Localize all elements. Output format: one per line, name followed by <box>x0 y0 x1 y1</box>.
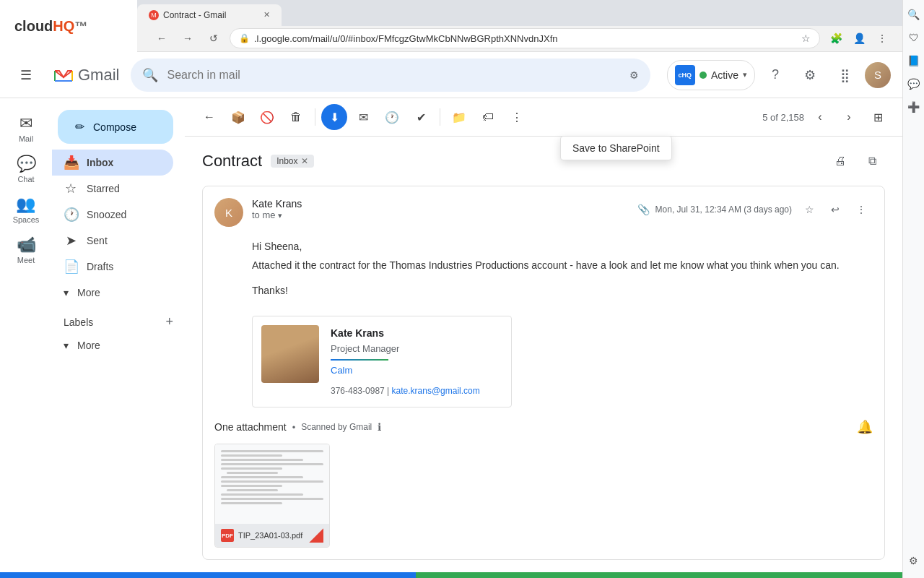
sidebar-item-mail[interactable]: ✉ Mail <box>10 110 42 147</box>
signature-card: Kate Krans Project Manager Calm 376-483-… <box>252 316 512 407</box>
ext-add-icon[interactable]: ➕ <box>905 98 923 116</box>
sig-divider <box>331 359 388 361</box>
sidebar-more-item[interactable]: ▾ More <box>52 280 173 306</box>
ext-outlook-icon[interactable]: 📘 <box>905 52 923 69</box>
spaces-icon: 👥 <box>16 195 35 214</box>
delete-btn[interactable]: 🗑 <box>283 104 309 130</box>
pdf-line-8 <box>221 480 323 483</box>
email-body-text: Attached it the contract for the Thomas … <box>252 257 873 273</box>
sender-to[interactable]: to me ▾ <box>252 210 629 220</box>
ext-search-icon[interactable]: 🔍 <box>905 6 923 23</box>
pdf-attachment-thumb[interactable]: PDF TIP_23A01-03.pdf <box>214 444 330 548</box>
email-content: Contract Inbox ✕ 🖨 ⧉ K Kate K <box>185 137 902 578</box>
sidebar-item-drafts[interactable]: 📄 Drafts <box>52 254 173 280</box>
forward-button[interactable]: → <box>178 28 198 48</box>
open-in-new-btn[interactable]: ⧉ <box>859 148 885 174</box>
move-to-btn[interactable]: 📁 <box>446 104 472 130</box>
scanned-badge: Scanned by Gmail <box>301 422 372 432</box>
star-icon[interactable]: ☆ <box>801 33 811 44</box>
inbox-tag-close-btn[interactable]: ✕ <box>301 156 308 166</box>
pdf-line-4 <box>221 463 323 465</box>
sent-icon: ➤ <box>64 233 78 249</box>
sender-avatar: K <box>214 198 243 227</box>
gmail-title: Gmail <box>78 66 119 85</box>
add-task-btn[interactable]: ✔ <box>408 104 434 130</box>
email-body: Hi Sheena, Attached it the contract for … <box>203 238 884 419</box>
archive-btn[interactable]: 📦 <box>225 104 251 130</box>
reload-button[interactable]: ↺ <box>204 28 224 48</box>
tab-title: Contract - Gmail <box>163 10 226 20</box>
apps-btn[interactable]: ⣿ <box>830 61 859 90</box>
settings-btn[interactable]: ⚙ <box>796 61 824 90</box>
save-sharepoint-btn[interactable]: ⬇ <box>321 104 347 130</box>
help-btn[interactable]: ? <box>761 61 790 90</box>
browser-tabs: M Contract - Gmail ✕ <box>0 0 924 26</box>
labels-add-btn[interactable]: + <box>165 314 173 329</box>
mark-unread-btn[interactable]: ✉ <box>350 104 376 130</box>
email-msg-header: K Kate Krans to me ▾ 📎 Mon, Jul 31, 12:3… <box>203 186 884 238</box>
search-input[interactable] <box>167 69 621 82</box>
more-actions-btn[interactable]: ⋮ <box>504 104 530 130</box>
search-options-btn[interactable]: ⚙ <box>629 69 639 81</box>
tab-favicon: M <box>149 10 159 20</box>
msg-meta: 📎 Mon, Jul 31, 12:34 AM (3 days ago) ☆ ↩… <box>637 198 873 221</box>
pdf-line-13 <box>221 502 282 504</box>
gmail-header-right: cHQ Active ▾ ? ⚙ ⣿ S <box>667 60 891 90</box>
view-options-btn[interactable]: ⊞ <box>865 104 891 130</box>
label-btn[interactable]: 🏷 <box>475 104 501 130</box>
sidebar-item-sent[interactable]: ➤ Sent <box>52 228 173 254</box>
toolbar-right: 5 of 2,158 ‹ › ⊞ <box>762 104 891 130</box>
labels-more-item[interactable]: ▾ More <box>52 332 173 358</box>
sig-photo <box>261 325 319 383</box>
gmail-sidebar: ✉ Mail 💬 Chat 👥 Spaces 📹 Meet <box>0 98 185 578</box>
more-options-btn[interactable]: ⋮ <box>872 28 892 48</box>
compose-button[interactable]: ✏ Compose <box>58 110 173 144</box>
next-email-btn[interactable]: › <box>836 104 862 130</box>
reply-btn[interactable]: ↩ <box>824 198 847 221</box>
cloudhq-badge: cHQ <box>675 65 695 85</box>
sig-info: Kate Krans Project Manager Calm 376-483-… <box>331 325 502 398</box>
prev-email-btn[interactable]: ‹ <box>807 104 833 130</box>
save-tooltip-text: Save to SharePoint <box>572 142 660 154</box>
profile-btn[interactable]: 👤 <box>849 28 869 48</box>
email-subject: Contract <box>202 152 262 171</box>
sidebar-item-snoozed[interactable]: 🕐 Snoozed <box>52 202 173 228</box>
address-bar[interactable]: 🔒 .l.google.com/mail/u/0/#inbox/FMfcgzGt… <box>230 28 820 48</box>
msg-more-btn[interactable]: ⋮ <box>850 198 873 221</box>
extensions-btn[interactable]: 🧩 <box>826 28 846 48</box>
user-avatar[interactable]: S <box>865 62 891 88</box>
sidebar-item-chat[interactable]: 💬 Chat <box>8 150 45 188</box>
sidebar-item-meet[interactable]: 📹 Meet <box>8 231 45 269</box>
ext-settings-icon[interactable]: ⚙ <box>905 552 923 569</box>
sidebar-layout: ✉ Mail 💬 Chat 👥 Spaces 📹 Meet <box>0 104 185 364</box>
save-to-sharepoint-tooltip[interactable]: Save to SharePoint <box>560 136 672 160</box>
sender-to-chevron: ▾ <box>278 211 282 220</box>
cloudhq-status-btn[interactable]: cHQ Active ▾ <box>667 60 755 90</box>
back-to-inbox-btn[interactable]: ← <box>196 104 222 130</box>
sidebar-item-starred[interactable]: ☆ Starred <box>52 176 173 202</box>
hamburger-menu-btn[interactable]: ☰ <box>12 61 40 90</box>
star-msg-btn[interactable]: ☆ <box>798 198 821 221</box>
email-thanks: Thanks! <box>252 282 873 298</box>
snooze-btn[interactable]: 🕐 <box>379 104 405 130</box>
sidebar-item-spaces[interactable]: 👥 Spaces <box>4 191 48 228</box>
spam-btn[interactable]: 🚫 <box>254 104 280 130</box>
ext-chat-icon[interactable]: 💬 <box>905 75 923 92</box>
snoozed-icon: 🕐 <box>64 207 78 223</box>
cloudhq-logo-text: cloudHQ™ <box>14 18 87 35</box>
tab-close-btn[interactable]: ✕ <box>263 10 270 20</box>
print-btn[interactable]: 🖨 <box>827 148 853 174</box>
scanned-info-icon[interactable]: ℹ <box>378 421 381 433</box>
sidebar-nav: ✏ Compose 📥 Inbox ☆ Starred 🕐 Snoozed <box>52 104 185 364</box>
active-tab[interactable]: M Contract - Gmail ✕ <box>137 4 282 26</box>
sidebar-item-inbox[interactable]: 📥 Inbox <box>52 150 173 176</box>
subject-right-actions: 🖨 ⧉ <box>827 148 885 174</box>
pdf-red-accent <box>309 528 323 543</box>
pdf-line-2 <box>221 454 282 457</box>
gmail-search-bar[interactable]: 🔍 ⚙ <box>131 59 650 92</box>
ext-shield-icon[interactable]: 🛡 <box>905 29 923 46</box>
gmail-main: ← 📦 🚫 🗑 ⬇ ✉ 🕐 ✔ 📁 🏷 ⋮ Save to SharePoint <box>185 98 902 578</box>
attachment-bell-icon[interactable]: 🔔 <box>857 419 873 435</box>
pdf-preview <box>215 444 329 524</box>
back-button[interactable]: ← <box>152 28 172 48</box>
